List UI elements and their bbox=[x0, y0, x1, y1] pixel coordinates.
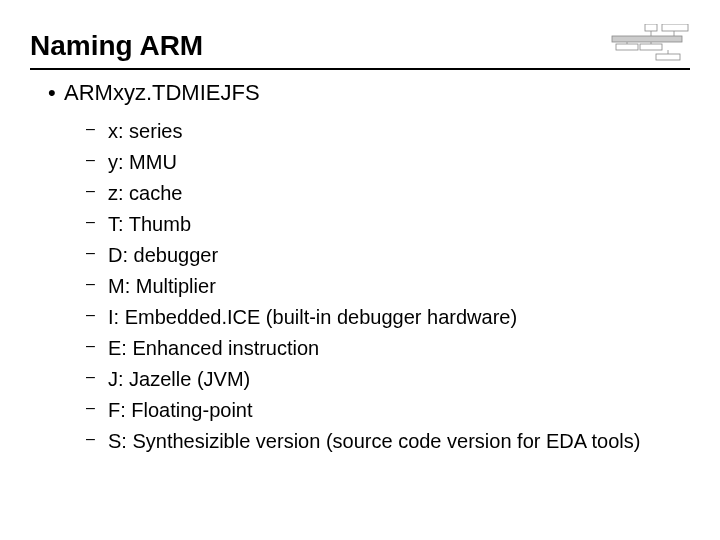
title-divider bbox=[30, 68, 690, 70]
list-item-text: S: Synthesizible version (source code ve… bbox=[108, 426, 690, 457]
list-item-text: I: Embedded.ICE (built-in debugger hardw… bbox=[108, 302, 690, 333]
main-bullet-text: ARMxyz.TDMIEJFS bbox=[64, 80, 260, 105]
sub-list: –x: series –y: MMU –z: cache –T: Thumb –… bbox=[86, 116, 690, 457]
list-item-text: F: Floating-point bbox=[108, 395, 690, 426]
list-item-text: J: Jazelle (JVM) bbox=[108, 364, 690, 395]
list-item: –E: Enhanced instruction bbox=[86, 333, 690, 364]
list-item: –M: Multiplier bbox=[86, 271, 690, 302]
dash-icon: – bbox=[86, 302, 108, 328]
dash-icon: – bbox=[86, 364, 108, 390]
svg-rect-3 bbox=[616, 44, 638, 50]
svg-rect-0 bbox=[645, 24, 657, 31]
content-area: •ARMxyz.TDMIEJFS –x: series –y: MMU –z: … bbox=[48, 80, 690, 457]
dash-icon: – bbox=[86, 209, 108, 235]
list-item-text: x: series bbox=[108, 116, 690, 147]
main-bullet: •ARMxyz.TDMIEJFS bbox=[48, 80, 690, 106]
list-item: –y: MMU bbox=[86, 147, 690, 178]
list-item: –D: debugger bbox=[86, 240, 690, 271]
list-item: –x: series bbox=[86, 116, 690, 147]
list-item: –J: Jazelle (JVM) bbox=[86, 364, 690, 395]
dash-icon: – bbox=[86, 178, 108, 204]
slide: Naming ARM •ARMxyz.TDMIEJFS –x: series bbox=[0, 0, 720, 477]
dash-icon: – bbox=[86, 116, 108, 142]
list-item: –F: Floating-point bbox=[86, 395, 690, 426]
dash-icon: – bbox=[86, 271, 108, 297]
list-item-text: M: Multiplier bbox=[108, 271, 690, 302]
list-item-text: z: cache bbox=[108, 178, 690, 209]
decorative-block-diagram-icon bbox=[610, 24, 690, 62]
dash-icon: – bbox=[86, 426, 108, 452]
list-item: –I: Embedded.ICE (built-in debugger hard… bbox=[86, 302, 690, 333]
list-item-text: y: MMU bbox=[108, 147, 690, 178]
bullet-dot-icon: • bbox=[48, 80, 64, 106]
title-row: Naming ARM bbox=[30, 24, 690, 62]
svg-rect-4 bbox=[640, 44, 662, 50]
dash-icon: – bbox=[86, 333, 108, 359]
svg-rect-2 bbox=[612, 36, 682, 42]
list-item: –T: Thumb bbox=[86, 209, 690, 240]
svg-rect-5 bbox=[656, 54, 680, 60]
list-item-text: D: debugger bbox=[108, 240, 690, 271]
list-item-text: T: Thumb bbox=[108, 209, 690, 240]
list-item: –S: Synthesizible version (source code v… bbox=[86, 426, 690, 457]
list-item: –z: cache bbox=[86, 178, 690, 209]
list-item-text: E: Enhanced instruction bbox=[108, 333, 690, 364]
dash-icon: – bbox=[86, 147, 108, 173]
dash-icon: – bbox=[86, 240, 108, 266]
dash-icon: – bbox=[86, 395, 108, 421]
svg-rect-1 bbox=[662, 24, 688, 31]
slide-title: Naming ARM bbox=[30, 30, 203, 62]
